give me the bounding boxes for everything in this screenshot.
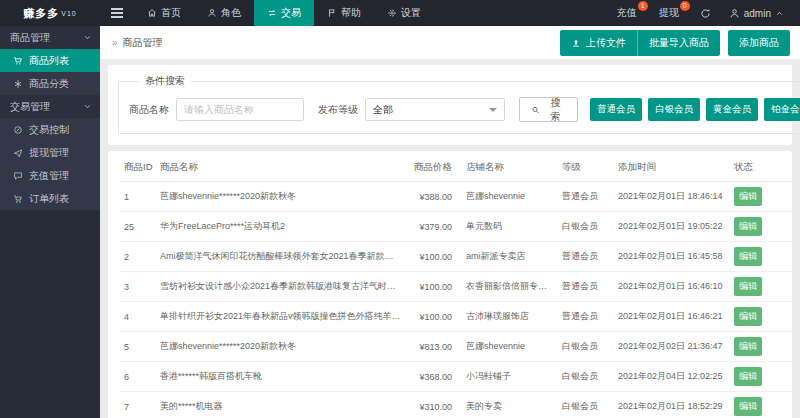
- nav-item-exchange[interactable]: 交易: [254, 0, 314, 26]
- chevron-up-icon: [775, 9, 784, 18]
- sidebar-label: 充值管理: [29, 169, 69, 183]
- column-header-5: 添加时间: [614, 153, 730, 182]
- sidebar: 商品管理商品列表商品分类交易管理交易控制提现管理充值管理订单列表: [0, 26, 100, 418]
- member-level: 白银会员: [558, 392, 614, 418]
- table-row: 5芭娜shevennie******2020新款秋冬¥813.00芭娜sheve…: [120, 332, 794, 362]
- edit-button[interactable]: 编辑: [734, 397, 762, 416]
- nav-item-flag[interactable]: 帮助: [314, 0, 374, 26]
- upload-file-button[interactable]: 上传文件: [560, 30, 637, 56]
- edit-button[interactable]: 编辑: [734, 187, 762, 206]
- product-price: ¥100.00: [406, 272, 462, 302]
- product-id: 1: [120, 182, 156, 212]
- added-time: 2021年02月01日 16:45:58: [614, 242, 730, 272]
- quick-filters: 普通会员白银会员黄金会员铂金会员暂未开放暂未开放: [590, 98, 800, 121]
- withdraw-link[interactable]: 提现 0: [648, 0, 690, 26]
- edit-button[interactable]: 编辑: [734, 307, 762, 326]
- member-level: 普通会员: [558, 302, 614, 332]
- table-row: 25华为FreeLacePro****运动耳机2¥379.00单元数码白银会员2…: [120, 212, 794, 242]
- status-actions: 编辑删除: [730, 332, 794, 362]
- column-header-2: 商品价格: [406, 153, 462, 182]
- batch-import-button[interactable]: 批量导入商品: [637, 30, 720, 56]
- product-table-card: 商品ID商品名称商品价格店铺名称等级添加时间状态 1芭娜shevennie***…: [108, 151, 792, 418]
- nav-item-home[interactable]: 首页: [134, 0, 194, 26]
- shop-name: 小冯鞋铺子: [462, 362, 558, 392]
- withdraw-badge: 0: [680, 1, 690, 11]
- table-row: 7美的*****机电器¥310.00美的专卖白银会员2021年02月01日 18…: [120, 392, 794, 418]
- edit-button[interactable]: 编辑: [734, 367, 762, 386]
- main-area: » 商品管理 上传文件 批量导入商品 添加商品 条件搜索: [100, 26, 800, 418]
- sidebar-item-6[interactable]: 充值管理: [0, 164, 100, 187]
- username: admin: [744, 8, 771, 19]
- product-price: ¥100.00: [406, 302, 462, 332]
- menu-toggle-icon[interactable]: [100, 0, 134, 26]
- refresh-icon[interactable]: [690, 8, 721, 19]
- topbar-right: 充值 1 提现 0 admin: [606, 0, 800, 26]
- nav-item-gear[interactable]: 设置: [374, 0, 434, 26]
- nav-label: 角色: [221, 6, 241, 20]
- product-name-input[interactable]: [176, 98, 304, 121]
- shop-name: 衣香丽影倍倍丽专卖店: [462, 272, 558, 302]
- product-id: 6: [120, 362, 156, 392]
- sidebar-item-4[interactable]: 交易控制: [0, 118, 100, 141]
- recharge-link[interactable]: 充值 1: [606, 0, 648, 26]
- member-level: 白银会员: [558, 212, 614, 242]
- edit-button[interactable]: 编辑: [734, 247, 762, 266]
- nav-item-user[interactable]: 角色: [194, 0, 254, 26]
- sidebar-section-0[interactable]: 商品管理: [0, 26, 100, 49]
- gear-icon: [387, 8, 397, 18]
- sidebar-section-3[interactable]: 交易管理: [0, 95, 100, 118]
- column-header-0: 商品ID: [120, 153, 156, 182]
- recharge-icon: [13, 171, 23, 181]
- search-panel: 条件搜索 商品名称 发布等级 全部 搜 索 普通会员白银会员黄金会员铂金会员暂未…: [108, 65, 792, 145]
- level-label: 发布等级: [318, 103, 358, 117]
- added-time: 2021年02月01日 18:46:14: [614, 182, 730, 212]
- product-name: 香港******韩版百搭机车靴: [156, 362, 406, 392]
- sidebar-label: 商品分类: [29, 77, 69, 91]
- filter-button-3[interactable]: 铂金会员: [764, 98, 800, 121]
- sidebar-item-7[interactable]: 订单列表: [0, 187, 100, 210]
- page-header: » 商品管理 上传文件 批量导入商品 添加商品: [100, 26, 800, 59]
- product-price: ¥379.00: [406, 212, 462, 242]
- product-id: 2: [120, 242, 156, 272]
- product-price: ¥310.00: [406, 392, 462, 418]
- member-level: 白银会员: [558, 332, 614, 362]
- filter-button-1[interactable]: 白银会员: [648, 98, 700, 121]
- product-name-label: 商品名称: [129, 103, 169, 117]
- column-header-1: 商品名称: [156, 153, 406, 182]
- table-row: 6香港******韩版百搭机车靴¥368.00小冯鞋铺子白银会员2021年02月…: [120, 362, 794, 392]
- level-select[interactable]: 全部: [365, 98, 505, 121]
- user-icon: [729, 8, 740, 19]
- table-row: 3雪纺衬衫女设计感小众2021春季新款韩版港味复古洋气时尚白色上衣¥100.00…: [120, 272, 794, 302]
- logo-text: 赚多多: [23, 6, 59, 21]
- added-time: 2021年02月01日 16:46:21: [614, 302, 730, 332]
- added-time: 2021年02月04日 12:02:25: [614, 362, 730, 392]
- search-icon: [531, 105, 540, 115]
- edit-button[interactable]: 编辑: [734, 337, 762, 356]
- sidebar-item-1[interactable]: 商品列表: [0, 49, 100, 72]
- sidebar-item-5[interactable]: 提现管理: [0, 141, 100, 164]
- product-name: Ami极简洋气休闲印花仿醋酸棒球领外套女2021春季新款短款上衣潮: [156, 242, 406, 272]
- edit-button[interactable]: 编辑: [734, 277, 762, 296]
- filter-button-0[interactable]: 普通会员: [590, 98, 642, 121]
- added-time: 2021年02月02日 21:36:47: [614, 332, 730, 362]
- sidebar-item-2[interactable]: 商品分类: [0, 72, 100, 95]
- sidebar-label: 商品列表: [29, 54, 69, 68]
- breadcrumb: » 商品管理: [112, 36, 163, 50]
- edit-button[interactable]: 编辑: [734, 217, 762, 236]
- topbar: 赚多多 V10 首页角色交易帮助设置 充值 1 提现 0 admin: [0, 0, 800, 26]
- product-name: 雪纺衬衫女设计感小众2021春季新款韩版港味复古洋气时尚白色上衣: [156, 272, 406, 302]
- filter-button-2[interactable]: 黄金会员: [706, 98, 758, 121]
- shop-name: 芭娜shevennie: [462, 332, 558, 362]
- nav-label: 帮助: [341, 6, 361, 20]
- product-id: 3: [120, 272, 156, 302]
- column-header-6: 状态: [730, 153, 794, 182]
- chevron-down-icon: [83, 102, 92, 111]
- product-id: 4: [120, 302, 156, 332]
- breadcrumb-arrow: »: [112, 37, 118, 48]
- search-button[interactable]: 搜 索: [519, 97, 578, 122]
- user-menu[interactable]: admin: [721, 8, 792, 19]
- product-name: 单排针织开衫女2021年春秋新品v领韩版撞色拼色外搭纯羊毛上衣女: [156, 302, 406, 332]
- add-product-button[interactable]: 添加商品: [728, 30, 790, 56]
- product-name: 华为FreeLacePro****运动耳机2: [156, 212, 406, 242]
- chevron-down-icon: [489, 108, 497, 112]
